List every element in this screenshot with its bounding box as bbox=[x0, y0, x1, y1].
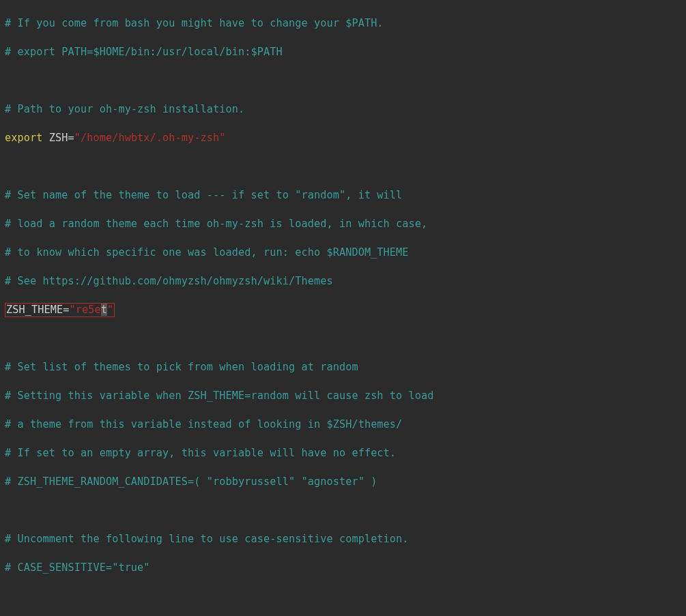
blank-line bbox=[5, 589, 681, 604]
code-line: # Path to your oh-my-zsh installation. bbox=[5, 102, 681, 117]
string-value: "re5e bbox=[69, 304, 100, 316]
code-line: # ZSH_THEME_RANDOM_CANDIDATES=( "robbyru… bbox=[5, 475, 681, 489]
blank-line bbox=[5, 332, 681, 346]
code-line: # See https://github.com/ohmyzsh/ohmyzsh… bbox=[5, 274, 681, 289]
search-highlight: ZSH_THEME="re5et" bbox=[5, 303, 115, 317]
blank-line bbox=[5, 74, 681, 88]
blank-line bbox=[5, 503, 681, 518]
code-line: # a theme from this variable instead of … bbox=[5, 417, 681, 432]
string-value: "/home/hwbtx/.oh-my-zsh" bbox=[74, 132, 226, 144]
vim-editor-buffer[interactable]: # If you come from bash you might have t… bbox=[0, 0, 686, 616]
code-line: # to know which specific one was loaded,… bbox=[5, 246, 681, 260]
string-value: " bbox=[107, 304, 113, 316]
code-line: # load a random theme each time oh-my-zs… bbox=[5, 217, 681, 231]
code-line: # If you come from bash you might have t… bbox=[5, 16, 681, 31]
code-line: # Set list of themes to pick from when l… bbox=[5, 360, 681, 375]
code-line: # Uncomment the following line to use ca… bbox=[5, 532, 681, 546]
blank-line bbox=[5, 160, 681, 174]
code-line: # CASE_SENSITIVE="true" bbox=[5, 561, 681, 575]
code-line: export ZSH="/home/hwbtx/.oh-my-zsh" bbox=[5, 131, 681, 145]
cursor: t bbox=[101, 304, 107, 316]
var-assign: ZSH_THEME= bbox=[6, 304, 69, 316]
code-line: # Set name of the theme to load --- if s… bbox=[5, 188, 681, 203]
var-assign: ZSH= bbox=[42, 132, 74, 144]
code-line: # export PATH=$HOME/bin:/usr/local/bin:$… bbox=[5, 45, 681, 59]
code-line-current: ZSH_THEME="re5et" bbox=[5, 303, 681, 317]
keyword-export: export bbox=[5, 132, 42, 144]
code-line: # If set to an empty array, this variabl… bbox=[5, 446, 681, 460]
code-line: # Setting this variable when ZSH_THEME=r… bbox=[5, 389, 681, 403]
